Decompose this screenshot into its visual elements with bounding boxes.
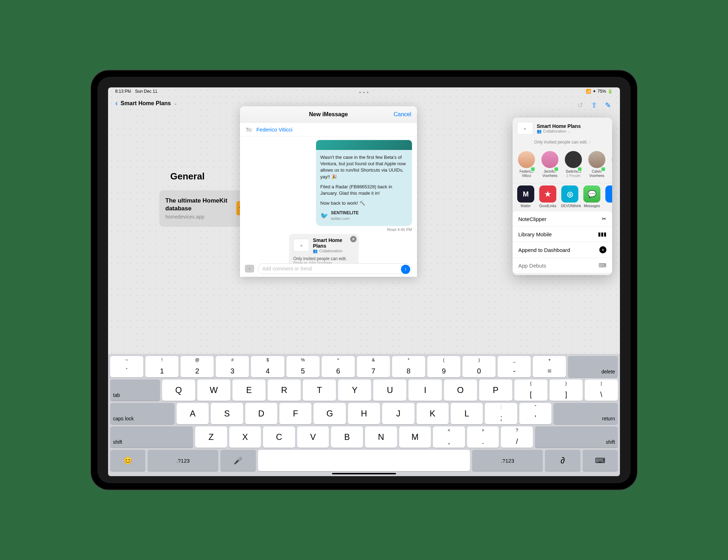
action-noteclipper[interactable]: NoteClipper✂ bbox=[513, 211, 612, 227]
dropdown-chevron-icon[interactable]: ⌄ bbox=[174, 101, 177, 106]
key-j[interactable]: J bbox=[382, 403, 414, 424]
key-f[interactable]: F bbox=[279, 403, 311, 424]
action-library[interactable]: Library Mobile▮▮▮ bbox=[513, 227, 612, 242]
key-d[interactable]: D bbox=[245, 403, 277, 424]
key-shift-right[interactable]: shift bbox=[535, 426, 618, 448]
key-i[interactable]: I bbox=[408, 379, 441, 401]
contact-jennifer[interactable]: JenniferVoorhees bbox=[540, 151, 560, 178]
share-apps-row: MMatter ★GoodLinks ◎DEVONthink 💬Messages… bbox=[513, 183, 612, 211]
contact-switchers[interactable]: Switchers2 People bbox=[564, 151, 583, 178]
action-appdebuts[interactable]: App Debuts⌨ bbox=[513, 258, 612, 273]
cancel-button[interactable]: Cancel bbox=[394, 111, 411, 118]
share-doc-title: Smart Home Plans bbox=[537, 123, 581, 129]
key-punct[interactable]: >. bbox=[467, 426, 499, 448]
key-bracket[interactable]: }] bbox=[550, 379, 583, 401]
contact-calvin[interactable]: CalvinVoorhees bbox=[587, 151, 606, 178]
key-q[interactable]: Q bbox=[162, 379, 195, 401]
key-9[interactable]: (9 bbox=[427, 356, 460, 377]
key-e[interactable]: E bbox=[232, 379, 266, 401]
key-0[interactable]: )0 bbox=[462, 356, 496, 377]
key-4[interactable]: $4 bbox=[251, 356, 284, 377]
key-o[interactable]: O bbox=[444, 379, 477, 401]
to-field[interactable]: To: Federico Viticci bbox=[240, 123, 417, 136]
key-r[interactable]: R bbox=[268, 379, 301, 401]
share-doc-thumb: ▦ bbox=[517, 122, 533, 135]
key-h[interactable]: H bbox=[348, 403, 380, 424]
key-k[interactable]: K bbox=[417, 403, 449, 424]
remove-attachment-icon[interactable]: ✕ bbox=[350, 236, 357, 242]
key-bracket[interactable]: |\ bbox=[585, 379, 618, 401]
action-append[interactable]: Append to Dashboard+ bbox=[513, 242, 612, 258]
key-delete[interactable]: delete bbox=[568, 356, 618, 377]
key-x[interactable]: X bbox=[229, 426, 261, 448]
key-n[interactable]: N bbox=[365, 426, 397, 448]
key-punct[interactable]: <, bbox=[433, 426, 465, 448]
app-goodlinks[interactable]: ★GoodLinks bbox=[539, 185, 557, 208]
app-drawer-toggle[interactable]: › bbox=[245, 265, 254, 273]
key-punct[interactable]: "' bbox=[519, 403, 551, 424]
collab-attachment[interactable]: ✕ ▦ Smart Home Plans 👥Collaboration Only… bbox=[289, 234, 359, 264]
contact-more[interactable] bbox=[611, 151, 612, 178]
key-z[interactable]: Z bbox=[195, 426, 227, 448]
key-8[interactable]: *8 bbox=[392, 356, 425, 377]
key-m[interactable]: M bbox=[399, 426, 431, 448]
key-bracket[interactable]: {[ bbox=[514, 379, 547, 401]
compose-icon[interactable]: ✎ bbox=[605, 101, 611, 109]
key-a[interactable]: A bbox=[177, 403, 209, 424]
key-p[interactable]: P bbox=[479, 379, 512, 401]
key-space[interactable] bbox=[258, 450, 470, 471]
scissors-icon: ✂ bbox=[602, 216, 606, 222]
message-input[interactable]: Add comment or Send ↑ bbox=[258, 263, 412, 274]
to-label: To: bbox=[246, 126, 253, 133]
key-shift-left[interactable]: shift bbox=[110, 426, 193, 448]
toolbar-right: ↺ ⇧ ✎ bbox=[577, 101, 611, 109]
key--[interactable]: _- bbox=[498, 356, 531, 377]
key-6[interactable]: ^6 bbox=[322, 356, 355, 377]
key-capslock[interactable]: caps lock bbox=[110, 403, 175, 424]
key-l[interactable]: L bbox=[451, 403, 483, 424]
key-emoji[interactable]: 😊 bbox=[110, 450, 145, 471]
key-v[interactable]: V bbox=[297, 426, 329, 448]
multitask-dots[interactable]: ● ● ● bbox=[359, 90, 369, 94]
send-button[interactable]: ↑ bbox=[401, 265, 410, 274]
key-7[interactable]: &7 bbox=[357, 356, 390, 377]
key-u[interactable]: U bbox=[373, 379, 406, 401]
key-dictate[interactable]: 🎤 bbox=[220, 450, 256, 471]
key-tab[interactable]: tab bbox=[110, 379, 160, 401]
key-1[interactable]: !1 bbox=[145, 356, 178, 377]
app-messages[interactable]: 💬Messages bbox=[583, 185, 601, 208]
contact-federico[interactable]: FedericoViticci bbox=[517, 151, 536, 178]
key-b[interactable]: B bbox=[331, 426, 363, 448]
share-sheet: ▦ Smart Home Plans 👥Collaboration ⌄ Only… bbox=[513, 118, 612, 275]
key-g[interactable]: G bbox=[314, 403, 346, 424]
key-s[interactable]: S bbox=[211, 403, 243, 424]
key-w[interactable]: W bbox=[197, 379, 230, 401]
app-devonthink[interactable]: ◎DEVONthink bbox=[561, 185, 579, 208]
key-dismiss[interactable]: ⌨ bbox=[583, 450, 618, 471]
share-icon[interactable]: ⇧ bbox=[591, 101, 597, 109]
key-return[interactable]: return bbox=[553, 403, 618, 424]
key-numbers-right[interactable]: .?123 bbox=[472, 450, 543, 471]
new-message-modal: New iMessage Cancel To: Federico Viticci… bbox=[240, 106, 417, 277]
share-doc-sub[interactable]: 👥Collaboration ⌄ bbox=[537, 129, 581, 134]
key-y[interactable]: Y bbox=[338, 379, 371, 401]
key-`[interactable]: ~` bbox=[110, 356, 143, 377]
key-scribble[interactable]: ∂ bbox=[545, 450, 580, 471]
modal-title: New iMessage bbox=[309, 111, 348, 118]
key-5[interactable]: %5 bbox=[287, 356, 320, 377]
key-c[interactable]: C bbox=[263, 426, 295, 448]
key-=[interactable]: += bbox=[533, 356, 566, 377]
key-2[interactable]: @2 bbox=[181, 356, 214, 377]
key-punct[interactable]: :; bbox=[485, 403, 517, 424]
undo-icon[interactable]: ↺ bbox=[577, 101, 583, 109]
sent-message-bubble: Wasn't the case in the first few Beta's … bbox=[316, 150, 412, 226]
app-more[interactable]: D bbox=[605, 185, 612, 208]
share-permissions[interactable]: Only invited people can edit.› bbox=[513, 139, 612, 148]
key-3[interactable]: #3 bbox=[216, 356, 249, 377]
key-t[interactable]: T bbox=[303, 379, 336, 401]
home-indicator[interactable] bbox=[332, 473, 396, 474]
app-matter[interactable]: MMatter bbox=[517, 185, 535, 208]
key-punct[interactable]: ?/ bbox=[501, 426, 533, 448]
key-numbers[interactable]: .?123 bbox=[148, 450, 218, 471]
message-history: Wasn't the case in the first few Beta's … bbox=[240, 136, 417, 263]
